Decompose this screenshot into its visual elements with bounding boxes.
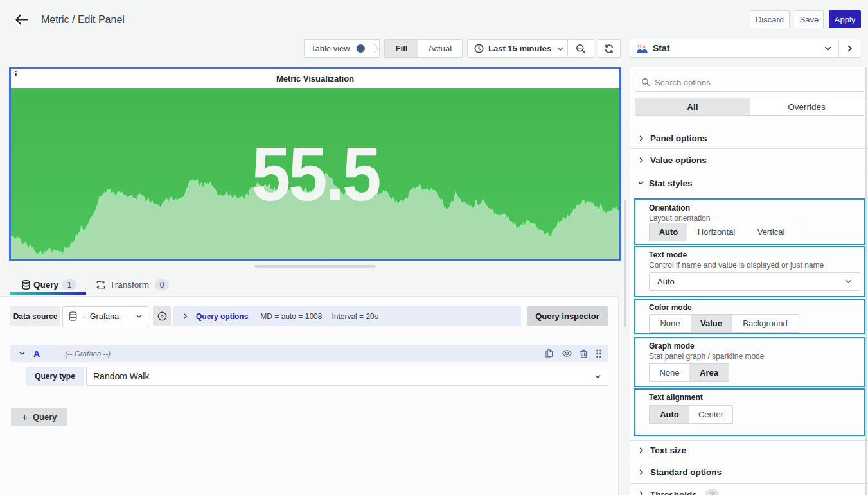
svg-text:?: ?: [161, 314, 164, 320]
svg-text:12.4: 12.4: [637, 44, 646, 48]
